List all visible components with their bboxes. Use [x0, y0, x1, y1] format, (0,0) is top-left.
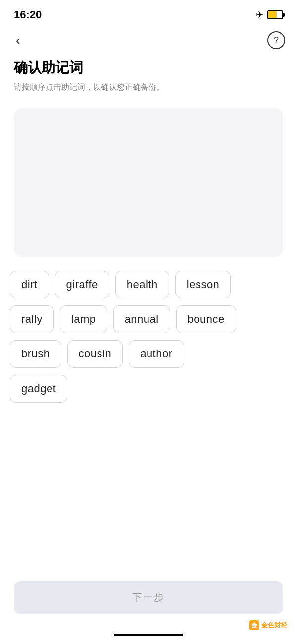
- word-chip-brush[interactable]: brush: [10, 340, 61, 368]
- page-header: 确认助记词 请按顺序点击助记词，以确认您正确备份。: [0, 54, 297, 103]
- word-chip-author[interactable]: author: [129, 340, 184, 368]
- word-chip-cousin[interactable]: cousin: [67, 340, 123, 368]
- back-button[interactable]: ‹: [12, 31, 24, 50]
- status-bar: 16:20 ✈: [0, 0, 297, 27]
- word-chip-lamp[interactable]: lamp: [60, 305, 107, 333]
- home-indicator: [114, 634, 183, 636]
- word-row-3: brush cousin author: [10, 340, 287, 368]
- word-chip-bounce[interactable]: bounce: [176, 305, 236, 333]
- word-row-1: dirt giraffe health lesson: [10, 271, 287, 298]
- watermark-text: 金色财经: [261, 621, 287, 630]
- word-chip-health[interactable]: health: [115, 271, 169, 298]
- page-title: 确认助记词: [14, 59, 283, 77]
- status-icons: ✈: [256, 9, 283, 20]
- word-chip-giraffe[interactable]: giraffe: [55, 271, 109, 298]
- battery-icon: [267, 10, 283, 19]
- help-button[interactable]: ?: [267, 31, 285, 49]
- mnemonic-display-area: [14, 108, 283, 257]
- battery-fill: [268, 11, 277, 18]
- word-chip-dirt[interactable]: dirt: [10, 271, 49, 298]
- airplane-icon: ✈: [256, 9, 263, 20]
- word-row-4: gadget: [10, 375, 287, 403]
- nav-bar: ‹ ?: [0, 27, 297, 54]
- next-button[interactable]: 下一步: [14, 581, 283, 614]
- bottom-area: 下一步: [14, 581, 283, 614]
- word-chip-annual[interactable]: annual: [113, 305, 170, 333]
- word-chip-gadget[interactable]: gadget: [10, 375, 67, 403]
- word-row-2: rally lamp annual bounce: [10, 305, 287, 333]
- word-chip-grid: dirt giraffe health lesson rally lamp an…: [0, 271, 297, 403]
- page-subtitle: 请按顺序点击助记词，以确认您正确备份。: [14, 81, 283, 93]
- watermark: 金 金色财经: [249, 620, 287, 630]
- word-chip-rally[interactable]: rally: [10, 305, 54, 333]
- status-time: 16:20: [14, 8, 42, 21]
- watermark-icon: 金: [249, 620, 259, 630]
- word-chip-lesson[interactable]: lesson: [175, 271, 231, 298]
